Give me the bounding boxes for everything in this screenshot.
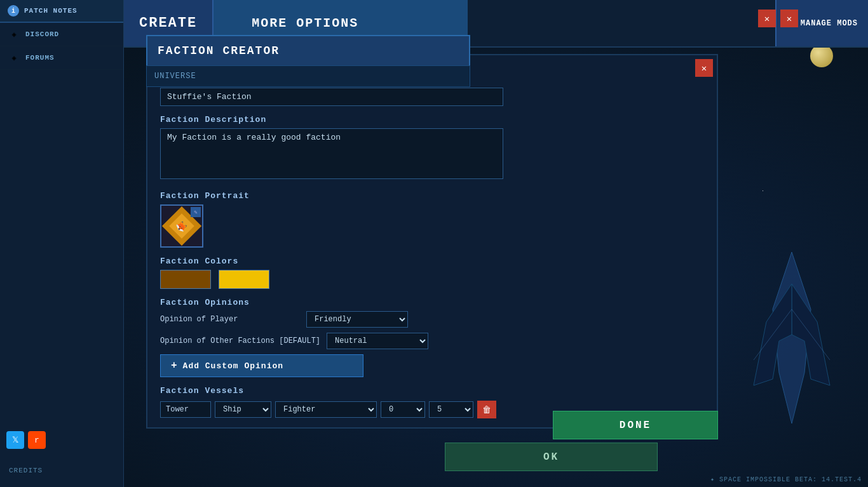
faction-name-input[interactable] [160, 88, 503, 106]
done-button[interactable]: DONE [553, 411, 718, 439]
ship-silhouette [728, 246, 855, 436]
opinion-player-select[interactable]: Friendly Neutral Hostile Allied [306, 311, 408, 328]
done-label: DONE [620, 420, 651, 431]
faction-portrait-label: Faction Portrait [160, 191, 693, 201]
faction-vessels-label: Faction Vessels [160, 386, 693, 396]
faction-opinions-label: Faction Opinions [160, 298, 693, 307]
star [763, 190, 763, 191]
faction-colors-section: Faction Colors [160, 257, 693, 289]
discord-icon: ◈ [9, 29, 19, 39]
vessel-num2-select[interactable]: 5 10 15 [429, 401, 473, 418]
portrait-box[interactable]: 🦊 ✎ [160, 204, 203, 248]
sidebar-discord-label: DISCORD [25, 30, 59, 38]
portrait-edit-icon: ✎ [191, 207, 201, 217]
faction-portrait-section: Faction Portrait 🦊 ✎ [160, 191, 693, 248]
vessel-num1-select[interactable]: 0 1 2 3 [381, 401, 425, 418]
vessel-delete-button[interactable]: 🗑 [477, 401, 496, 418]
twitter-button[interactable]: 𝕏 [6, 431, 24, 449]
sidebar-item-discord[interactable]: ◈ DISCORD [0, 23, 123, 46]
sidebar: i PATCH NOTES ◈ DISCORD ◈ FORUMS 𝕏 r CRE… [0, 0, 124, 487]
ok-button[interactable]: OK [445, 443, 658, 471]
universe-tab-label[interactable]: UNIVERSE [154, 72, 196, 81]
vessel-name-label: Tower [160, 401, 211, 418]
faction-opinions-section: Faction Opinions Opinion of Player Frien… [160, 298, 693, 377]
colors-row [160, 270, 693, 289]
add-opinion-label: Add Custom Opinion [183, 361, 283, 371]
sidebar-forums-label: FORUMS [25, 54, 55, 62]
version-text: ✦ SPACE IMPOSSIBLE BETA: 14.TEST.4 [710, 476, 862, 483]
opinion-other-row: Opinion of Other Factions [DEFAULT] Neut… [160, 333, 693, 349]
vessel-type-select[interactable]: Ship Station [215, 401, 271, 418]
faction-description-input[interactable]: My Faction is a really good faction [160, 128, 503, 179]
close-x-second-button[interactable]: ✕ [780, 10, 798, 27]
reddit-button[interactable]: r [28, 431, 46, 449]
opinion-other-label: Opinion of Other Factions [DEFAULT] [160, 337, 320, 345]
faction-description-section: Faction Description My Faction is a real… [160, 115, 693, 182]
credits-button[interactable]: CREDITS [9, 467, 43, 474]
sidebar-header: i PATCH NOTES [0, 0, 123, 23]
faction-creator-title: FACTION CREATOR [158, 44, 280, 57]
planet-decoration [810, 44, 833, 67]
faction-colors-label: Faction Colors [160, 257, 693, 266]
opinion-player-label: Opinion of Player [160, 315, 300, 324]
add-custom-opinion-button[interactable]: + Add Custom Opinion [160, 354, 363, 377]
close-x-outer-button[interactable]: ✕ [758, 10, 776, 27]
portrait-container: 🦊 ✎ [160, 204, 693, 248]
form-content: Faction Name Faction Description My Fact… [147, 55, 705, 429]
color-swatch-dark[interactable] [160, 270, 211, 289]
vessel-class-select[interactable]: Fighter Cruiser Destroyer [275, 401, 377, 418]
faction-form-close-button[interactable]: ✕ [695, 59, 713, 77]
sidebar-logo: i [8, 5, 19, 17]
plus-icon: + [171, 360, 178, 371]
color-swatch-yellow[interactable] [219, 270, 269, 289]
social-icons-container: 𝕏 r [6, 431, 46, 449]
universe-tab-bar: UNIVERSE [146, 65, 470, 87]
sidebar-patch-notes-item[interactable]: PATCH NOTES [24, 7, 78, 15]
portrait-inner: 🦊 [169, 213, 194, 239]
ok-label: OK [543, 451, 559, 463]
opinion-player-row: Opinion of Player Friendly Neutral Hosti… [160, 311, 693, 328]
faction-form-panel: ✕ Faction Name Faction Description My Fa… [146, 54, 718, 429]
faction-description-label: Faction Description [160, 115, 693, 124]
forums-icon: ◈ [9, 53, 19, 63]
sidebar-item-forums[interactable]: ◈ FORUMS [0, 46, 123, 70]
faction-creator-title-bar: FACTION CREATOR [146, 35, 470, 67]
opinion-other-select[interactable]: Neutral Friendly Hostile Allied [327, 333, 428, 349]
